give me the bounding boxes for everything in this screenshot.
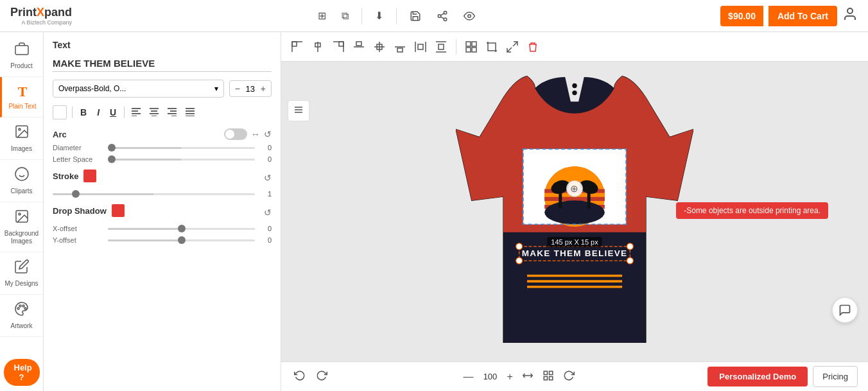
justify-btn[interactable]: [184, 106, 196, 119]
resize-icon-btn[interactable]: ⊞: [315, 7, 329, 24]
group-btn[interactable]: [463, 39, 480, 55]
svg-line-4: [440, 13, 444, 15]
font-selector[interactable]: Overpass-Bold, O... ▾: [53, 80, 224, 98]
font-size-decrease-btn[interactable]: −: [234, 83, 241, 94]
underline-button[interactable]: U: [107, 106, 119, 119]
save-icon-btn[interactable]: [407, 8, 424, 24]
align-top-left-btn[interactable]: [289, 39, 306, 55]
svg-point-86: [516, 257, 523, 264]
arc-section-header: Arc ↔ ↺: [53, 128, 272, 140]
help-button[interactable]: Help ?: [4, 359, 40, 386]
chat-button[interactable]: [832, 297, 858, 323]
panel-title: Text: [53, 40, 272, 50]
user-icon-btn[interactable]: [842, 6, 858, 26]
zoom-in-button[interactable]: +: [504, 369, 515, 385]
svg-point-0: [444, 11, 447, 14]
add-to-cart-button[interactable]: Add To Cart: [768, 6, 837, 26]
cliparts-icon: [14, 166, 30, 185]
align-top-right-btn[interactable]: [330, 39, 347, 55]
sidebar-item-artwork[interactable]: Artwork: [0, 295, 43, 337]
svg-point-66: [572, 83, 577, 87]
distribute-h-btn[interactable]: [412, 39, 429, 55]
diameter-slider[interactable]: [108, 147, 255, 149]
sidebar-item-cliparts[interactable]: Cliparts: [0, 160, 43, 202]
preview-icon-btn[interactable]: [461, 8, 478, 24]
arc-reset-btn[interactable]: ↺: [264, 129, 272, 139]
align-center-btn[interactable]: [148, 106, 161, 119]
redo-button[interactable]: [313, 367, 330, 387]
plain-text-icon: T: [18, 83, 28, 100]
stroke-slider[interactable]: [53, 193, 255, 195]
sidebar-item-background-images[interactable]: Background Images: [0, 202, 43, 252]
chevron-down-icon: ▾: [214, 84, 218, 93]
italic-button[interactable]: I: [94, 106, 102, 119]
expand-btn[interactable]: [504, 39, 521, 55]
layers-button[interactable]: [288, 100, 309, 121]
svg-point-17: [22, 305, 24, 307]
personalized-demo-button[interactable]: Personalized Demo: [707, 367, 808, 387]
svg-point-18: [24, 308, 26, 309]
copy-icon-btn[interactable]: ⧉: [339, 8, 351, 24]
svg-point-1: [438, 14, 441, 17]
arc-flip-btn[interactable]: ↔: [251, 129, 260, 139]
download-icon-btn[interactable]: ⬇: [372, 7, 386, 24]
font-size-increase-btn[interactable]: +: [259, 83, 267, 94]
background-images-icon: [14, 209, 30, 227]
sidebar-bg-images-label: Background Images: [3, 230, 40, 245]
align-right-btn[interactable]: [166, 106, 178, 119]
font-size-control: − 13 +: [229, 80, 272, 97]
svg-point-10: [15, 168, 28, 180]
reset-zoom-button[interactable]: [560, 367, 577, 387]
letter-space-slider[interactable]: [108, 159, 255, 161]
crop-btn[interactable]: [483, 39, 500, 55]
svg-point-15: [17, 308, 19, 309]
canvas-viewport: ⊕ MAKE THEM BELIEVE -: [281, 62, 868, 361]
main-area: Product T Plain Text Images Cliparts Bac…: [0, 32, 868, 391]
product-icon: [14, 41, 30, 60]
drop-shadow-reset-btn[interactable]: ↺: [264, 207, 272, 218]
text-color-swatch[interactable]: [53, 105, 67, 119]
delete-btn[interactable]: [525, 39, 541, 55]
sidebar-product-label: Product: [10, 62, 32, 70]
sidebar-plain-text-label: Plain Text: [8, 103, 36, 110]
zoom-out-button[interactable]: —: [460, 369, 476, 385]
sidebar-item-plain-text[interactable]: T Plain Text: [0, 77, 43, 117]
drop-shadow-color-swatch[interactable]: [112, 204, 125, 217]
stroke-reset-btn[interactable]: ↺: [264, 173, 272, 183]
sidebar-artwork-label: Artwork: [11, 322, 33, 330]
sidebar-item-my-designs[interactable]: My Designs: [0, 252, 43, 295]
drop-shadow-section-header: Drop Shadow ↺: [53, 204, 272, 221]
svg-point-16: [19, 305, 21, 307]
header-divider-2: [396, 8, 397, 24]
grid-button[interactable]: [540, 367, 557, 387]
measure-btn[interactable]: [519, 367, 536, 387]
pricing-button[interactable]: Pricing: [813, 366, 858, 387]
sidebar-item-product[interactable]: Product: [0, 35, 43, 77]
svg-point-6: [847, 8, 853, 13]
price-button[interactable]: $90.00: [720, 6, 763, 26]
align-bottom-btn[interactable]: [392, 39, 408, 55]
align-left-btn[interactable]: [130, 106, 143, 119]
svg-rect-40: [339, 42, 343, 46]
letter-space-value: 0: [259, 155, 272, 163]
stroke-color-swatch[interactable]: [83, 169, 96, 182]
text-input[interactable]: [53, 55, 272, 72]
align-center-btn[interactable]: [371, 39, 388, 55]
bold-button[interactable]: B: [78, 106, 89, 119]
share-icon-btn[interactable]: [434, 8, 451, 24]
align-middle-top-btn[interactable]: [351, 39, 367, 55]
font-row: Overpass-Bold, O... ▾ − 13 +: [53, 80, 272, 98]
svg-rect-57: [472, 48, 476, 52]
align-top-center-btn[interactable]: [309, 39, 326, 55]
distribute-v-btn[interactable]: [433, 39, 449, 55]
y-offset-slider[interactable]: [108, 239, 255, 241]
svg-point-74: [544, 200, 605, 224]
svg-rect-43: [356, 42, 361, 46]
x-offset-slider[interactable]: [108, 228, 255, 230]
undo-button[interactable]: [291, 367, 308, 387]
sidebar-item-images[interactable]: Images: [0, 117, 43, 160]
arc-toggle[interactable]: [224, 128, 247, 140]
x-offset-label: X-offset: [53, 225, 104, 232]
stroke-slider-row: 1: [53, 190, 272, 198]
logo-text: PrintXpand: [10, 6, 72, 19]
